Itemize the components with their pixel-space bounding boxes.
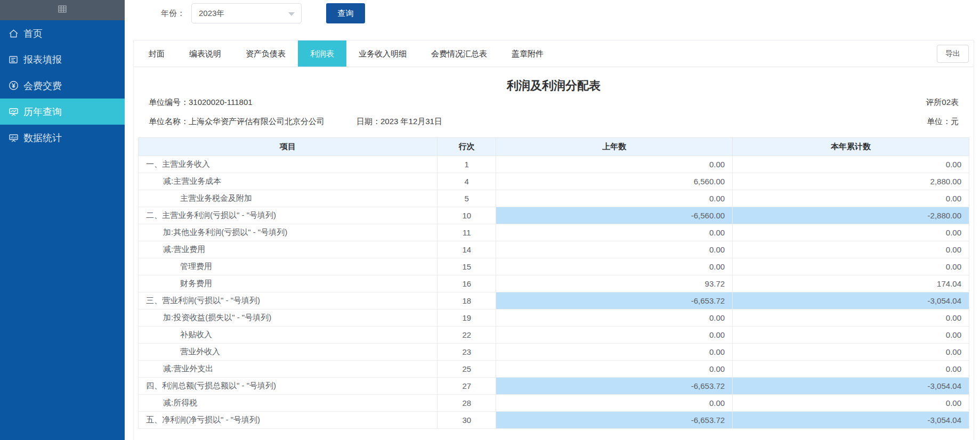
prev-year-cell: -6,653.72: [496, 378, 733, 395]
unit-name-label: 单位名称：: [149, 117, 189, 126]
sidebar-item-label: 历年查询: [23, 105, 62, 118]
column-header: 上年数: [496, 138, 733, 156]
table-row: 加:其他业务利润(亏损以" - "号填列)110.000.00: [139, 224, 969, 241]
tab-3[interactable]: 利润表: [298, 40, 346, 67]
item-cell: 减:主营业务成本: [139, 173, 438, 190]
page-title: 利润及利润分配表: [138, 78, 969, 94]
item-cell: 减:所得税: [139, 395, 438, 412]
report-content: 利润及利润分配表 单位编号：31020020-111801 评所02表 单位名称…: [134, 78, 974, 429]
prev-year-cell: 0.00: [496, 241, 733, 258]
sidebar-item-4[interactable]: 数据统计: [0, 125, 125, 151]
line-no-cell: 5: [438, 190, 496, 207]
table-row: 减:营业外支出250.000.00: [139, 361, 969, 378]
line-no-cell: 22: [438, 327, 496, 344]
year-label: 年份：: [161, 3, 185, 23]
table-row: 四、利润总额(亏损总额以" - "号填列)27-6,653.72-3,054.0…: [139, 378, 969, 395]
current-year-cell: -2,880.00: [733, 207, 969, 224]
column-header: 本年累计数: [733, 138, 969, 156]
tab-2[interactable]: 资产负债表: [233, 40, 298, 67]
sidebar-item-3[interactable]: 历年查询: [0, 99, 125, 125]
sidebar-item-label: 数据统计: [23, 132, 62, 144]
current-year-cell: 174.04: [733, 275, 969, 292]
table-row: 减:营业费用140.000.00: [139, 241, 969, 258]
prev-year-cell: 0.00: [496, 309, 733, 327]
current-year-cell: 0.00: [733, 344, 969, 361]
item-cell: 四、利润总额(亏损总额以" - "号填列): [139, 378, 438, 395]
date-value: 2023 年12月31日: [380, 117, 442, 126]
item-cell: 减:营业费用: [139, 241, 438, 258]
item-cell: 主营业务税金及附加: [139, 190, 438, 207]
sidebar-item-1[interactable]: 报表填报: [0, 46, 125, 72]
item-cell: 五、净利润(净亏损以" - "号填列): [139, 412, 438, 429]
history-icon: [8, 107, 19, 117]
fee-icon: [8, 80, 19, 91]
prev-year-cell: 0.00: [496, 361, 733, 378]
year-select[interactable]: 2023年: [191, 3, 302, 23]
item-cell: 一、主营业务收入: [139, 156, 438, 173]
prev-year-cell: 0.00: [496, 344, 733, 361]
unit-name-value: 上海众华资产评估有限公司北京分公司: [189, 117, 325, 126]
tab-1[interactable]: 编表说明: [177, 40, 233, 67]
tab-4[interactable]: 业务收入明细: [346, 40, 419, 67]
item-cell: 财务费用: [139, 275, 438, 292]
tab-0[interactable]: 封面: [136, 40, 177, 67]
stats-icon: [8, 133, 19, 143]
prev-year-cell: -6,653.72: [496, 412, 733, 429]
line-no-cell: 16: [438, 275, 496, 292]
prev-year-cell: 0.00: [496, 258, 733, 275]
table-row: 三、营业利润(亏损以" - "号填列)18-6,653.72-3,054.04: [139, 292, 969, 309]
item-cell: 补贴收入: [139, 327, 438, 344]
unit-of-measure: 单位：元: [927, 116, 959, 127]
item-cell: 减:营业外支出: [139, 361, 438, 378]
prev-year-cell: 0.00: [496, 395, 733, 412]
current-year-cell: 0.00: [733, 361, 969, 378]
unit-code-label: 单位编号：: [149, 97, 189, 108]
current-year-cell: 0.00: [733, 156, 969, 173]
tab-bar: 封面编表说明资产负债表利润表业务收入明细会费情况汇总表盖章附件导出: [134, 40, 974, 67]
query-button[interactable]: 查询: [326, 3, 365, 23]
current-year-cell: 0.00: [733, 224, 969, 241]
info-row-2: 单位名称：上海众华资产评估有限公司北京分公司 日期：2023 年12月31日 单…: [138, 116, 969, 127]
sidebar: 首页报表填报会费交费历年查询数据统计: [0, 0, 125, 440]
current-year-cell: -3,054.04: [733, 412, 969, 429]
prev-year-cell: 0.00: [496, 327, 733, 344]
export-button[interactable]: 导出: [937, 45, 969, 63]
line-no-cell: 27: [438, 378, 496, 395]
chevron-down-icon: [288, 12, 295, 16]
sidebar-header: [0, 0, 125, 20]
profit-table-body: 一、主营业务收入10.000.00减:主营业务成本46,560.002,880.…: [139, 156, 969, 429]
current-year-cell: 0.00: [733, 327, 969, 344]
current-year-cell: 0.00: [733, 190, 969, 207]
table-row: 一、主营业务收入10.000.00: [139, 156, 969, 173]
table-row: 减:主营业务成本46,560.002,880.00: [139, 173, 969, 190]
tab-5[interactable]: 会费情况汇总表: [419, 40, 499, 67]
item-cell: 三、营业利润(亏损以" - "号填列): [139, 292, 438, 309]
grid-icon[interactable]: [58, 5, 67, 15]
line-no-cell: 19: [438, 309, 496, 327]
prev-year-cell: 93.72: [496, 275, 733, 292]
info-row-1: 单位编号：31020020-111801 评所02表: [138, 97, 969, 108]
sidebar-item-2[interactable]: 会费交费: [0, 72, 125, 99]
line-no-cell: 4: [438, 173, 496, 190]
item-cell: 加:投资收益(损失以" - "号填列): [139, 309, 438, 327]
line-no-cell: 1: [438, 156, 496, 173]
table-row: 营业外收入230.000.00: [139, 344, 969, 361]
sidebar-item-0[interactable]: 首页: [0, 20, 125, 46]
tab-6[interactable]: 盖章附件: [499, 40, 556, 67]
line-no-cell: 25: [438, 361, 496, 378]
form-code: 评所02表: [926, 97, 959, 108]
line-no-cell: 10: [438, 207, 496, 224]
table-row: 财务费用1693.72174.04: [139, 275, 969, 292]
prev-year-cell: 0.00: [496, 190, 733, 207]
column-header: 行次: [438, 138, 496, 156]
toolbar: 年份： 2023年 查询: [125, 0, 980, 40]
table-row: 五、净利润(净亏损以" - "号填列)30-6,653.72-3,054.04: [139, 412, 969, 429]
line-no-cell: 30: [438, 412, 496, 429]
home-icon: [8, 28, 19, 39]
year-select-value: 2023年: [199, 9, 224, 19]
current-year-cell: 0.00: [733, 258, 969, 275]
profit-table: 项目行次上年数本年累计数 一、主营业务收入10.000.00减:主营业务成本46…: [138, 137, 969, 429]
report-card: 封面编表说明资产负债表利润表业务收入明细会费情况汇总表盖章附件导出 利润及利润分…: [133, 40, 974, 440]
current-year-cell: -3,054.04: [733, 292, 969, 309]
date-label: 日期：: [357, 117, 380, 126]
